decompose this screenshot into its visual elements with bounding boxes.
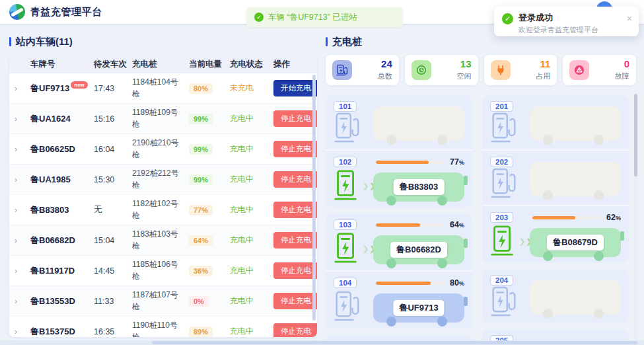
scrollbar-thumb[interactable] (634, 94, 637, 176)
row-expand-chevron-icon[interactable]: › (15, 327, 30, 336)
panel-title-vehicles: 站内车辆(11) (9, 35, 317, 48)
stat-occupied-label: 占用 (536, 71, 550, 81)
plate-cell: 鲁B11917D (30, 265, 94, 277)
charger-pile-idle-icon (334, 112, 361, 143)
next-trip-cell: 17:43 (94, 84, 132, 93)
progress-fill (376, 282, 431, 285)
bus-plate: 鲁B06682D (390, 242, 447, 258)
progress-fill (376, 223, 420, 227)
pile-list-scrollbar[interactable] (634, 94, 637, 340)
bus-charging-icon: 鲁B08679D (530, 228, 621, 257)
status-cell: 充电中 (230, 295, 273, 307)
pile-number-badge: 103 (334, 219, 357, 230)
plate-cell: 鲁UA1624 (30, 113, 94, 125)
pile-cell: 2190桩210号枪 (132, 137, 189, 161)
battery-cell: 99% (189, 174, 230, 185)
horizontal-scrollbar[interactable] (0, 340, 644, 345)
toast-vehicle-arrival: ✓ 车辆 “鲁UF9713” 已进站 (246, 7, 403, 27)
pile-number-badge: 104 (334, 278, 357, 288)
table-row: › 鲁B11917D 14:45 1185桩106号枪 36% 充电中 停止充电 (9, 256, 317, 286)
pile-cell: 1184桩104号枪 (132, 77, 189, 100)
charger-pile-idle-icon (491, 286, 517, 317)
col-action: 操作 (273, 59, 312, 70)
bus-ghost-icon (530, 280, 621, 315)
title-accent-bar (326, 37, 328, 46)
row-expand-chevron-icon[interactable]: › (15, 206, 30, 215)
panel-title-piles: 充电桩 (326, 35, 636, 48)
charge-progress: 64% (376, 220, 464, 229)
pile-cell: 1183桩103号枪 (132, 229, 189, 252)
charge-progress: 62% (532, 213, 621, 222)
table-row: › 鲁B06625D 16:04 2190桩210号枪 99% 充电中 停止充电 (9, 134, 317, 165)
table-scrollbar[interactable] (312, 75, 316, 321)
battery-cell: 77% (189, 205, 230, 215)
row-expand-chevron-icon[interactable]: › (15, 175, 30, 184)
charging-piles-panel: 充电桩 24 总数 13 空闲 (326, 35, 636, 341)
progress-fill (532, 216, 575, 219)
charge-percent: 77% (450, 157, 464, 167)
app-title: 青益充管理平台 (30, 6, 102, 19)
row-expand-chevron-icon[interactable]: › (15, 145, 30, 154)
pile-card: 201 202 203 ❯❯❯❯ (482, 95, 629, 263)
stop-charging-button[interactable]: 停止充电 (273, 110, 317, 127)
table-row: › 鲁B15375D 16:35 1190桩110号枪 89% 充电中 停止充电 (9, 317, 317, 337)
row-expand-chevron-icon[interactable]: › (15, 266, 30, 276)
bus-port (464, 176, 468, 185)
pile-cell: 1187桩107号枪 (132, 289, 189, 313)
pile-cell: 1182桩102号枪 (132, 198, 189, 221)
row-expand-chevron-icon[interactable]: › (15, 297, 30, 306)
pile-cell: 1185桩106号枪 (132, 259, 189, 282)
charger-pile-charging-icon (491, 225, 515, 256)
pile-cell: 1190桩110号枪 (132, 320, 189, 337)
stat-fault-value: 0 (615, 59, 629, 70)
pile-slot-idle: 101 (326, 95, 472, 149)
bus-ghost-icon (373, 106, 464, 141)
scrollbar-thumb[interactable] (152, 341, 637, 344)
stat-occupied-value: 11 (536, 59, 550, 70)
stop-charging-button[interactable]: 停止充电 (273, 262, 317, 279)
pile-card: 101 102 ❯❯❯❯ 77% (326, 95, 472, 208)
pile-column-2: 201 202 203 ❯❯❯❯ (482, 95, 629, 341)
stat-card-occupied: 11 占用 (484, 55, 557, 85)
stop-charging-button[interactable]: 停止充电 (273, 323, 317, 337)
charger-pile-idle-icon (491, 112, 517, 143)
bus-plate: 鲁B83803 (394, 179, 445, 195)
charger-pile-charging-icon (334, 169, 358, 201)
stat-idle-value: 13 (457, 59, 472, 70)
toast-subtitle: 欢迎登录青益充管理平台 (519, 25, 598, 35)
next-trip-cell: 14:45 (94, 266, 132, 276)
close-icon[interactable]: × (627, 14, 632, 23)
stop-charging-button[interactable]: 停止充电 (273, 232, 317, 249)
table-row: › 鲁UF9713new 17:43 1184桩104号枪 80% 未充电 开始… (9, 73, 317, 104)
stat-card-total: 24 总数 (326, 55, 399, 85)
stop-charging-button[interactable]: 停止充电 (273, 141, 317, 157)
pile-number-badge: 204 (490, 275, 513, 286)
row-expand-chevron-icon[interactable]: › (15, 114, 30, 124)
app-root: 青益充管理平台 ✓ 车辆 “鲁UF9713” 已进站 ✓ 登录成功 欢迎登录青益… (0, 0, 644, 345)
plate-cell: 鲁B13553D (30, 295, 94, 307)
col-pile: 充电桩 (132, 59, 189, 70)
stat-total-label: 总数 (378, 71, 392, 81)
pile-number-badge: 203 (490, 212, 513, 223)
bus-charging-icon: 鲁B06682D (373, 235, 464, 264)
row-expand-chevron-icon[interactable]: › (15, 236, 30, 245)
table-row: › 鲁B13553D 11:33 1187桩107号枪 0% 充电中 停止充电 (9, 286, 317, 317)
pile-slot-idle: 201 (482, 95, 629, 149)
stop-charging-button[interactable]: 停止充电 (273, 293, 317, 309)
pile-card: 205 (482, 329, 629, 341)
stop-charging-button[interactable]: 停止充电 (273, 202, 317, 218)
table-row: › 鲁UA1624 15:16 1189桩109号枪 99% 充电中 停止充电 (9, 104, 317, 134)
progress-fill (376, 161, 429, 164)
stop-charging-button[interactable]: 停止充电 (273, 171, 317, 188)
plate-cell: 鲁B15375D (30, 326, 94, 338)
battery-cell: 64% (189, 235, 230, 246)
status-cell: 充电中 (230, 174, 273, 185)
battery-cell: 99% (189, 144, 230, 155)
station-vehicles-panel: 站内车辆(11) 车牌号 待发车次 充电桩 当前电量 充电状态 操作 › 鲁UF… (9, 35, 317, 337)
pile-column-1: 101 102 ❯❯❯❯ 77% (326, 95, 472, 341)
status-cell: 未充电 (230, 83, 273, 94)
table-row: › 鲁B83803 无 1182桩102号枪 77% 充电中 停止充电 (9, 195, 317, 225)
next-trip-cell: 15:16 (94, 114, 132, 124)
row-expand-chevron-icon[interactable]: › (15, 84, 30, 93)
start-charging-button[interactable]: 开始充电 (273, 80, 317, 96)
